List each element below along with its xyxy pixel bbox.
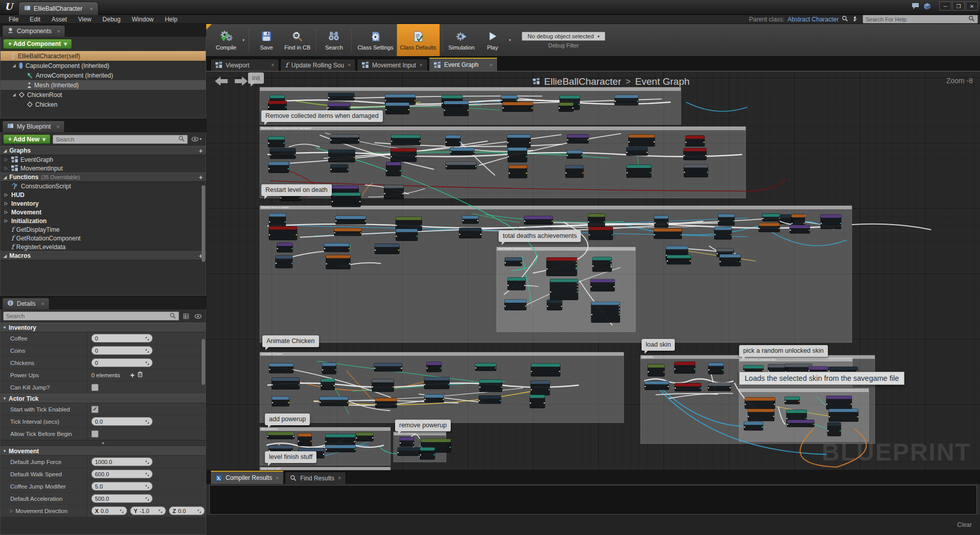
graph-node[interactable]	[268, 137, 285, 148]
graph-node[interactable]	[787, 420, 815, 427]
graph-node[interactable]	[400, 437, 414, 447]
reset-icon[interactable]	[145, 360, 149, 366]
component-row[interactable]: EllieBallCharacter(self)	[1, 51, 206, 61]
graph-node[interactable]	[550, 279, 578, 300]
graph-node[interactable]	[524, 216, 553, 224]
blueprint-item[interactable]: ▷HUD	[1, 190, 206, 199]
graph-node[interactable]	[648, 364, 665, 376]
section-header-macros[interactable]: ◢Macros+	[1, 251, 206, 260]
scrollbar-thumb[interactable]	[202, 185, 205, 262]
comment-title-bubble[interactable]: pick a random unlocked skin	[739, 345, 828, 357]
graph-node[interactable]	[708, 363, 724, 374]
tab-my-blueprint[interactable]: My Blueprint ×	[2, 120, 65, 132]
graph-node[interactable]	[547, 258, 577, 276]
graph-node[interactable]	[326, 445, 356, 452]
component-row[interactable]: Chicken	[1, 100, 206, 109]
toolbar-button-simulation[interactable]: Simulation	[446, 24, 478, 56]
graph-node[interactable]	[509, 165, 527, 178]
component-row[interactable]: ◢ChickenRoot	[1, 90, 206, 100]
graph-node[interactable]	[462, 216, 479, 224]
graph-node[interactable]	[504, 300, 526, 310]
checkbox[interactable]	[91, 384, 99, 391]
vector-field-z[interactable]: Z0.0	[169, 506, 205, 515]
graph-node[interactable]	[530, 395, 545, 408]
close-icon[interactable]: ×	[338, 475, 341, 481]
graph-node[interactable]	[507, 278, 525, 290]
graph-node[interactable]	[276, 256, 292, 268]
graph-node[interactable]	[324, 244, 350, 252]
menu-view[interactable]: View	[72, 16, 97, 23]
graph-node[interactable]	[320, 397, 348, 406]
graph-node[interactable]	[654, 228, 682, 238]
number-field[interactable]: 5.0	[91, 482, 153, 491]
graph-node[interactable]	[272, 397, 289, 406]
add-component-button[interactable]: + Add Component ▾	[3, 39, 72, 49]
menu-window[interactable]: Window	[126, 16, 159, 23]
browse-icon[interactable]	[842, 15, 848, 23]
comment-title-bubble[interactable]: level finish stuff	[265, 451, 316, 463]
graph-node[interactable]	[375, 398, 397, 408]
graph-node[interactable]	[335, 216, 366, 224]
graph-node[interactable]	[446, 162, 476, 169]
graph-node[interactable]	[748, 409, 774, 421]
doc-tab-viewport[interactable]: Viewport×	[210, 59, 279, 71]
graph-node[interactable]	[531, 363, 560, 376]
graph-node[interactable]	[567, 151, 582, 159]
toolbar-button-find-in-cb[interactable]: Find in CB	[281, 24, 313, 56]
graph-node[interactable]	[321, 379, 335, 390]
close-icon[interactable]: ×	[420, 62, 423, 68]
section-header-graphs[interactable]: ◢Graphs+	[1, 146, 206, 155]
toolbar-button-compile[interactable]: Compile	[211, 24, 241, 56]
debug-object-dropdown[interactable]: No debug object selected ▾	[522, 32, 605, 41]
toolbar-button-search[interactable]: Search	[319, 24, 349, 56]
graph-node[interactable]	[272, 378, 300, 390]
blueprint-search-input[interactable]: Search	[53, 135, 188, 144]
graph-node[interactable]	[475, 363, 497, 371]
marketplace-cube-icon[interactable]	[923, 3, 931, 12]
blueprint-item[interactable]: fGetDisplayTime	[1, 225, 206, 234]
graph-node[interactable]	[667, 255, 691, 264]
close-button[interactable]: ✕	[966, 2, 978, 11]
toolbar-button-class-settings[interactable]: Class Settings	[354, 24, 396, 56]
parent-class-link[interactable]: Abstract Character	[788, 16, 839, 23]
graph-node[interactable]	[627, 165, 652, 178]
graph-node[interactable]	[628, 134, 655, 146]
feedback-bubble-icon[interactable]	[912, 3, 919, 12]
chevron-down-icon[interactable]: ▾	[241, 24, 246, 56]
graph-node[interactable]	[398, 448, 424, 456]
graph-node[interactable]	[325, 434, 355, 446]
graph-node[interactable]	[269, 227, 297, 240]
minimize-button[interactable]: ─	[939, 2, 951, 11]
number-field[interactable]: 600.0	[91, 470, 153, 478]
help-search-input[interactable]: Search For Help	[863, 15, 978, 23]
section-header-functions[interactable]: ◢Functions(35 Overridable)+	[1, 173, 206, 182]
graph-node[interactable]	[356, 432, 373, 441]
graph-node[interactable]	[420, 448, 435, 459]
blueprint-item[interactable]: fRegisterLeveldata	[1, 242, 206, 251]
graph-node[interactable]	[450, 148, 475, 155]
graph-node[interactable]	[559, 103, 574, 112]
doc-tab-event-graph[interactable]: Event Graph×	[429, 58, 498, 71]
component-row[interactable]: ArrowComponent (Inherited)	[1, 70, 206, 80]
graph-node[interactable]	[479, 380, 502, 392]
close-icon[interactable]: ×	[41, 301, 44, 307]
graph-node[interactable]	[459, 228, 482, 238]
toolbar-button-play[interactable]: Play	[478, 24, 507, 56]
comment-box[interactable]: level finish stuff	[260, 467, 390, 470]
tab-components[interactable]: Components ×	[2, 25, 65, 37]
nav-forward-icon[interactable]	[234, 76, 248, 88]
blueprint-item[interactable]: ▷Movement	[1, 208, 206, 216]
graph-node[interactable]	[567, 134, 589, 143]
graph-node[interactable]	[654, 215, 668, 227]
graph-node[interactable]	[531, 381, 550, 395]
graph-node[interactable]	[298, 433, 312, 446]
graph-node[interactable]	[385, 103, 409, 114]
graph-node[interactable]	[588, 214, 605, 227]
results-tab-compiler-results[interactable]: Compiler Results×	[210, 471, 284, 484]
graph-node[interactable]	[328, 150, 355, 162]
checkbox[interactable]	[91, 430, 99, 437]
graph-node[interactable]	[446, 135, 460, 147]
graph-node[interactable]	[790, 225, 810, 233]
wrench-icon[interactable]	[851, 16, 857, 23]
blueprint-item[interactable]: ▷Inventory	[1, 199, 206, 208]
